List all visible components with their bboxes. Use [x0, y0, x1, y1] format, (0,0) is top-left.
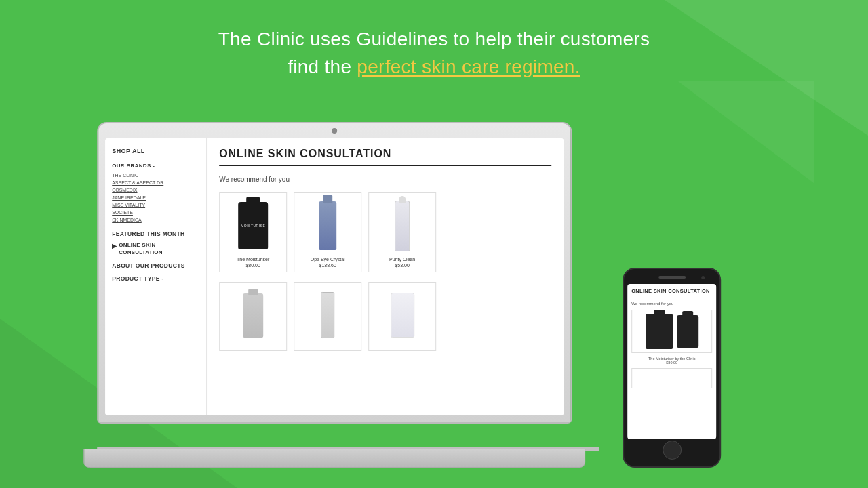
phone-speaker-icon — [658, 276, 686, 279]
moisturiser-bottle-icon — [238, 202, 268, 249]
product-image-5 — [307, 288, 348, 342]
bottle-icon-4 — [243, 293, 263, 338]
header-highlight: perfect skin care regimen. — [357, 56, 580, 77]
product-price-3: $53.00 — [395, 263, 409, 268]
sidebar-consultation-text[interactable]: ONLINE SKIN CONSULTATION — [119, 242, 199, 257]
phone-product-card-2[interactable] — [631, 368, 712, 388]
sidebar-brand-1[interactable]: THE CLINIC — [112, 173, 199, 178]
sidebar-brand-7[interactable]: SKINMEDICA — [112, 218, 199, 222]
sidebar-shop-all[interactable]: SHOP ALL — [112, 148, 199, 155]
sidebar-brand-6[interactable]: SOCIETE — [112, 210, 199, 215]
phone-body: ONLINE SKIN CONSULTATION We recommend fo… — [623, 268, 721, 468]
laptop-body: SHOP ALL OUR BRANDS - THE CLINIC ASPECT … — [97, 122, 572, 424]
product-card-3[interactable]: Purity Clean $53.00 — [368, 192, 436, 272]
products-row-1: The Moisturiser $80.00 Opti-Eye Crystal … — [219, 192, 551, 272]
sidebar-brand-3[interactable]: COSMEDIX — [112, 188, 199, 192]
devices-container: SHOP ALL OUR BRANDS - THE CLINIC ASPECT … — [97, 122, 721, 488]
sidebar-brand-4[interactable]: JANE IREDALE — [112, 195, 199, 200]
phone: ONLINE SKIN CONSULTATION We recommend fo… — [623, 268, 721, 468]
phone-screen: ONLINE SKIN CONSULTATION We recommend fo… — [627, 284, 716, 439]
product-image-1 — [233, 199, 273, 253]
product-card-5[interactable] — [294, 282, 361, 351]
products-row-2 — [219, 282, 551, 351]
header-section: The Clinic uses Guidelines to help their… — [0, 0, 868, 81]
sidebar-brand-5[interactable]: MISS VITALITY — [112, 203, 199, 207]
sidebar-consultation[interactable]: ▶ ONLINE SKIN CONSULTATION — [112, 242, 199, 257]
phone-bottle-icon — [646, 314, 673, 349]
product-name-3: Purity Clean — [389, 257, 415, 262]
product-card-4[interactable] — [219, 282, 287, 351]
laptop-screen: SHOP ALL OUR BRANDS - THE CLINIC ASPECT … — [105, 138, 564, 415]
recommend-text: We recommend for you — [219, 176, 551, 183]
product-price-1: $80.00 — [245, 263, 260, 268]
phone-product-info: The Moisturiser by the Clinic $80.00 — [631, 357, 712, 365]
sidebar-about[interactable]: ABOUT OUR PRODUCTS — [112, 262, 199, 270]
product-image-3 — [382, 199, 422, 253]
product-card-6[interactable] — [368, 282, 436, 351]
product-name-1: The Moisturiser — [237, 257, 269, 262]
laptop-camera — [332, 128, 337, 134]
laptop: SHOP ALL OUR BRANDS - THE CLINIC ASPECT … — [97, 122, 599, 468]
sidebar-our-brands[interactable]: OUR BRANDS - — [112, 163, 199, 169]
sidebar-brand-2[interactable]: ASPECT & ASPECT DR — [112, 180, 199, 185]
sidebar-featured: FEATURED THIS MONTH ▶ ONLINE SKIN CONSUL… — [112, 230, 199, 282]
purity-bottle-icon — [395, 201, 410, 251]
bottle-icon-6 — [391, 293, 414, 338]
page-title: ONLINE SKIN CONSULTATION — [219, 148, 551, 166]
product-name-2: Opti-Eye Crystal — [311, 257, 345, 262]
sidebar-featured-title[interactable]: FEATURED THIS MONTH — [112, 230, 199, 238]
laptop-sidebar: SHOP ALL OUR BRANDS - THE CLINIC ASPECT … — [105, 138, 207, 415]
phone-recommend-text: We recommend for you — [631, 302, 712, 306]
phone-product-card-1[interactable] — [631, 310, 712, 353]
sidebar-product-type[interactable]: PRODUCT TYPE - — [112, 275, 199, 282]
header-line1: The Clinic uses Guidelines to help their… — [218, 28, 650, 49]
opti-bottle-icon — [319, 201, 336, 250]
product-card-1[interactable]: The Moisturiser $80.00 — [219, 192, 287, 272]
product-image-4 — [233, 288, 273, 342]
phone-bottle-icon-2 — [677, 315, 698, 348]
header-line2-before: find the — [288, 56, 357, 77]
bottle-icon-5 — [321, 292, 334, 338]
laptop-base — [83, 449, 585, 468]
phone-product-price: $80.00 — [631, 361, 712, 365]
phone-home-button[interactable] — [663, 441, 682, 460]
laptop-main: ONLINE SKIN CONSULTATION We recommend fo… — [207, 138, 564, 415]
sidebar-arrow-icon: ▶ — [112, 243, 117, 249]
header-text: The Clinic uses Guidelines to help their… — [0, 26, 868, 81]
phone-camera-icon — [701, 276, 705, 279]
product-card-2[interactable]: Opti-Eye Crystal $138.60 — [294, 192, 361, 272]
product-image-6 — [382, 288, 422, 342]
phone-page-title: ONLINE SKIN CONSULTATION — [631, 288, 712, 298]
product-price-2: $138.60 — [319, 263, 336, 268]
product-image-2 — [307, 199, 348, 253]
